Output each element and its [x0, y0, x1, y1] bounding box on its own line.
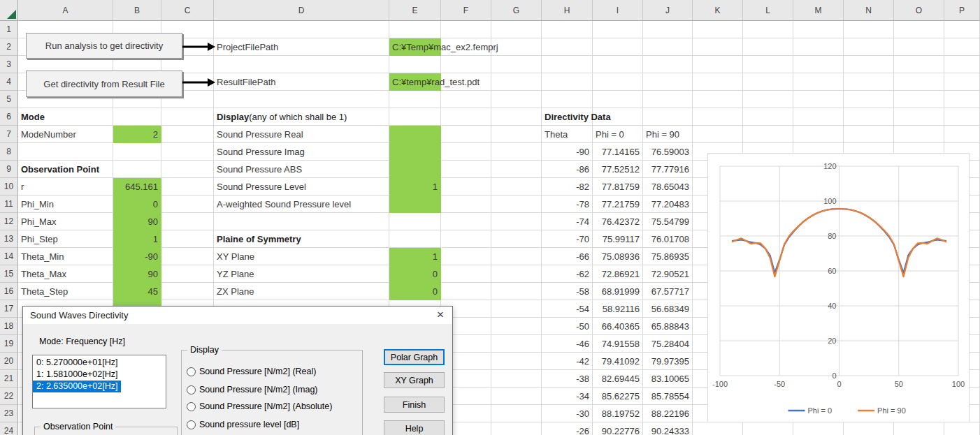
cell-D9[interactable]: Sound Pressure ABS — [214, 161, 389, 178]
cell-H3[interactable] — [542, 56, 593, 73]
cell-I21[interactable]: 82.69445 — [593, 370, 643, 388]
cell-E11[interactable] — [389, 196, 441, 213]
select-all-corner[interactable] — [0, 0, 18, 21]
cell-J13[interactable]: 76.01708 — [643, 230, 693, 248]
cell-C14[interactable] — [161, 248, 214, 265]
cell-D13[interactable]: Plaine of Symmetry — [214, 230, 389, 248]
cell-A16[interactable]: Theta_Step — [18, 283, 113, 300]
cell-I16[interactable]: 68.91999 — [593, 283, 643, 300]
cell-C16[interactable] — [161, 283, 214, 300]
run-analysis-button[interactable]: Run analysis to get directivity — [26, 33, 182, 59]
cell-O24[interactable] — [894, 422, 944, 435]
cell-O4[interactable] — [894, 73, 944, 91]
radio-circle-icon[interactable] — [187, 420, 196, 429]
cell-O7[interactable] — [894, 126, 944, 143]
cell-K4[interactable] — [693, 73, 743, 91]
cell-B8[interactable] — [113, 143, 161, 161]
cell-H24[interactable]: -26 — [542, 422, 593, 435]
cell-D10[interactable]: Sound Pressure Level — [214, 178, 389, 196]
cell-M4[interactable] — [793, 73, 844, 91]
row-header-14[interactable]: 14 — [0, 248, 18, 265]
cell-G2[interactable] — [491, 38, 542, 56]
cell-H11[interactable]: -78 — [542, 196, 593, 213]
cell-B6[interactable] — [113, 108, 161, 126]
dialog-titlebar[interactable]: Sound Waves Directivity × — [23, 307, 452, 324]
cell-E7[interactable] — [389, 126, 441, 143]
cell-C6[interactable] — [161, 108, 214, 126]
cell-D11[interactable]: A-weighted Sound Pressure level — [214, 196, 389, 213]
cell-H9[interactable]: -86 — [542, 161, 593, 178]
row-header-16[interactable]: 16 — [0, 283, 18, 300]
cell-L1[interactable] — [743, 21, 793, 38]
cell-L5[interactable] — [743, 91, 793, 108]
cell-J8[interactable]: 76.59003 — [643, 143, 693, 161]
cell-E4[interactable]: C:¥temp¥rad_test.pdt — [389, 73, 441, 91]
cell-J7[interactable]: Phi = 90 — [643, 126, 693, 143]
cell-L3[interactable] — [743, 56, 793, 73]
cell-G14[interactable] — [491, 248, 542, 265]
radio-option-1[interactable]: Sound Pressure [N/m2] (Imag) — [187, 383, 318, 396]
cell-H16[interactable]: -58 — [542, 283, 593, 300]
cell-H23[interactable]: -30 — [542, 405, 593, 422]
cell-H8[interactable]: -90 — [542, 143, 593, 161]
cell-B12[interactable]: 90 — [113, 213, 161, 230]
cell-A15[interactable]: Theta_Max — [18, 265, 113, 283]
cell-H5[interactable] — [542, 91, 593, 108]
cell-J14[interactable]: 75.86935 — [643, 248, 693, 265]
cell-N3[interactable] — [844, 56, 894, 73]
cell-B10[interactable]: 645.161 — [113, 178, 161, 196]
cell-J12[interactable]: 75.54799 — [643, 213, 693, 230]
cell-J19[interactable]: 75.28404 — [643, 335, 693, 353]
cell-P24[interactable] — [944, 422, 980, 435]
row-header-19[interactable]: 19 — [0, 335, 18, 353]
cell-I19[interactable]: 74.91558 — [593, 335, 643, 353]
cell-N24[interactable] — [844, 422, 894, 435]
cell-F8[interactable] — [441, 143, 491, 161]
cell-P4[interactable] — [944, 73, 980, 91]
cell-A8[interactable] — [18, 143, 113, 161]
cell-J10[interactable]: 78.65043 — [643, 178, 693, 196]
cell-K6[interactable] — [693, 108, 743, 126]
row-header-13[interactable]: 13 — [0, 230, 18, 248]
row-header-3[interactable]: 3 — [0, 56, 18, 73]
row-header-18[interactable]: 18 — [0, 318, 18, 335]
cell-H13[interactable]: -70 — [542, 230, 593, 248]
cell-C9[interactable] — [161, 161, 214, 178]
cell-G5[interactable] — [491, 91, 542, 108]
cell-G20[interactable] — [491, 353, 542, 370]
cell-M1[interactable] — [793, 21, 844, 38]
radio-circle-icon[interactable] — [187, 385, 196, 395]
polar-graph-button[interactable]: Polar Graph — [384, 349, 445, 365]
cell-N1[interactable] — [844, 21, 894, 38]
cell-K1[interactable] — [693, 21, 743, 38]
cell-F3[interactable] — [441, 56, 491, 73]
cell-G13[interactable] — [491, 230, 542, 248]
finish-button[interactable]: Finish — [384, 397, 445, 413]
cell-A7[interactable]: ModeNumber — [18, 126, 113, 143]
cell-I1[interactable] — [593, 21, 643, 38]
cell-M3[interactable] — [793, 56, 844, 73]
row-header-24[interactable]: 24 — [0, 422, 18, 435]
cell-D8[interactable]: Sound Pressure Imag — [214, 143, 389, 161]
cell-C13[interactable] — [161, 230, 214, 248]
cell-L6[interactable] — [743, 108, 793, 126]
cell-I24[interactable]: 90.22776 — [593, 422, 643, 435]
row-header-2[interactable]: 2 — [0, 38, 18, 56]
row-header-15[interactable]: 15 — [0, 265, 18, 283]
col-header-P[interactable]: P — [944, 0, 980, 21]
frequency-list-item-2[interactable]: 2: 2.635000e+02[Hz] — [33, 381, 121, 392]
cell-C10[interactable] — [161, 178, 214, 196]
row-header-11[interactable]: 11 — [0, 196, 18, 213]
row-header-4[interactable]: 4 — [0, 73, 18, 91]
col-header-L[interactable]: L — [743, 0, 793, 21]
close-icon[interactable]: × — [431, 307, 449, 323]
cell-I22[interactable]: 85.62275 — [593, 388, 643, 405]
cell-D1[interactable] — [214, 21, 389, 38]
cell-G4[interactable] — [491, 73, 542, 91]
col-header-G[interactable]: G — [491, 0, 542, 21]
cell-E2[interactable]: C:¥Temp¥mac_ex2.femprj — [389, 38, 441, 56]
cell-J3[interactable] — [643, 56, 693, 73]
cell-I14[interactable]: 75.08936 — [593, 248, 643, 265]
cell-L24[interactable] — [743, 422, 793, 435]
cell-B15[interactable]: 90 — [113, 265, 161, 283]
